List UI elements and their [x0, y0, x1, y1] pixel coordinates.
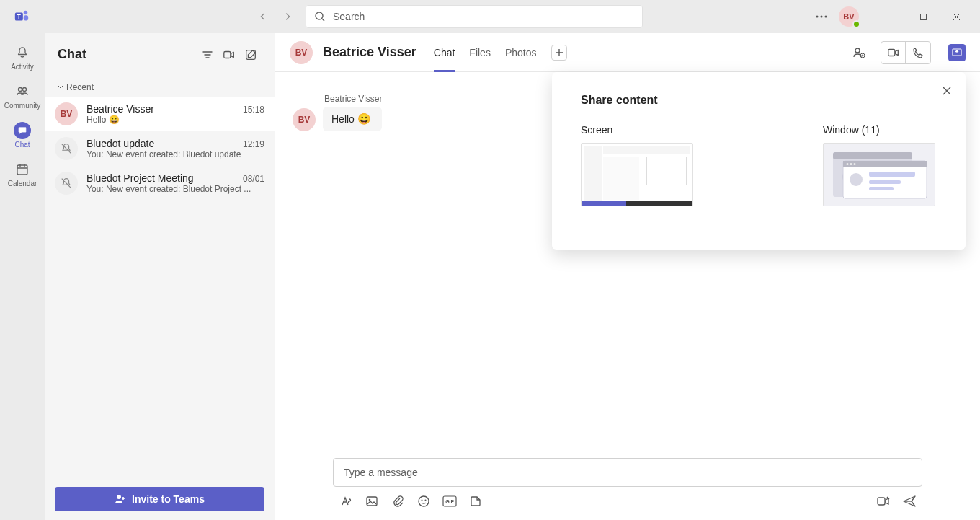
svg-text:GIF: GIF: [445, 499, 454, 504]
nav-forward-button[interactable]: [277, 6, 298, 27]
people-icon: [14, 83, 31, 100]
bell-icon: [14, 44, 31, 61]
window-close-button[interactable]: [940, 5, 973, 28]
share-screen-button[interactable]: [948, 44, 966, 61]
recent-section[interactable]: Recent: [45, 76, 275, 97]
send-button[interactable]: [902, 494, 917, 508]
chat-item-title: Bluedot update: [86, 138, 154, 149]
svg-rect-28: [833, 152, 912, 159]
conversation-header: BV Beatrice Visser Chat Files Photos: [275, 33, 980, 72]
rail-chat[interactable]: Chat: [0, 115, 45, 154]
app-rail: Activity Community Chat Calendar: [0, 33, 45, 520]
window-minimize-button[interactable]: [873, 5, 906, 28]
svg-point-38: [850, 173, 863, 186]
chat-item-bluedot-update[interactable]: Bluedot update12:19 You: New event creat…: [45, 131, 275, 166]
message-bubble[interactable]: Hello 😀: [323, 107, 382, 131]
svg-point-20: [369, 499, 371, 501]
svg-point-34: [853, 163, 855, 165]
tab-files[interactable]: Files: [469, 33, 491, 71]
svg-point-21: [419, 496, 429, 506]
svg-rect-8: [920, 14, 926, 19]
conversation-avatar: BV: [290, 41, 313, 64]
svg-point-7: [825, 16, 827, 18]
svg-point-9: [19, 87, 22, 91]
nav-back-button[interactable]: [252, 6, 274, 27]
video-clip-button[interactable]: [876, 494, 891, 508]
conversation-pane: BV Beatrice Visser Chat Files Photos BV …: [275, 33, 980, 520]
call-button-group: [881, 41, 931, 64]
invite-to-teams-button[interactable]: Invite to Teams: [55, 487, 264, 511]
svg-text:T: T: [17, 14, 21, 20]
calendar-icon: [14, 161, 31, 178]
share-popup-title: Share content: [581, 94, 937, 107]
user-avatar[interactable]: BV: [839, 6, 859, 27]
chat-item-time: 12:19: [243, 139, 264, 149]
meet-now-button[interactable]: [218, 44, 240, 66]
more-options-button[interactable]: [810, 5, 833, 28]
new-chat-button[interactable]: [240, 44, 262, 66]
video-call-button[interactable]: [881, 42, 906, 63]
chat-list-panel: Chat Recent BV Beatrice Visser15:18 Hell…: [45, 33, 275, 520]
chat-item-preview: You: New event created: Bluedot Project …: [86, 184, 264, 194]
avatar: BV: [55, 102, 78, 125]
share-content-popup: Share content Screen Window (11): [552, 72, 966, 250]
svg-point-6: [821, 16, 823, 18]
gif-button[interactable]: GIF: [442, 494, 457, 508]
format-button[interactable]: [339, 494, 353, 508]
add-tab-button[interactable]: [551, 45, 567, 61]
message-avatar: BV: [293, 108, 316, 131]
close-share-popup-button[interactable]: [938, 82, 956, 100]
svg-point-22: [422, 500, 423, 501]
search-placeholder: Search: [333, 11, 365, 22]
svg-point-2: [24, 11, 28, 15]
svg-point-33: [850, 163, 852, 165]
svg-rect-12: [224, 51, 231, 58]
svg-rect-37: [869, 187, 894, 190]
message-input[interactable]: Type a message: [333, 458, 922, 487]
chat-item-bluedot-meeting[interactable]: Bluedot Project Meeting08/01 You: New ev…: [45, 166, 275, 200]
share-screen-option[interactable]: Screen: [581, 124, 693, 206]
tab-photos[interactable]: Photos: [505, 33, 537, 71]
chat-item-beatrice[interactable]: BV Beatrice Visser15:18 Hello 😀: [45, 97, 275, 131]
share-window-option[interactable]: Window (11): [823, 124, 935, 206]
svg-point-5: [816, 16, 819, 18]
rail-community[interactable]: Community: [0, 76, 45, 115]
message-sender: Beatrice Visser: [324, 94, 382, 104]
window-maximize-button[interactable]: [906, 5, 940, 28]
svg-point-14: [117, 495, 121, 499]
emoji-button[interactable]: [416, 494, 431, 508]
svg-rect-36: [869, 180, 901, 184]
svg-rect-26: [878, 498, 885, 505]
sticker-button[interactable]: [468, 494, 483, 508]
audio-call-button[interactable]: [906, 42, 930, 63]
screen-thumbnail: [581, 143, 693, 206]
svg-rect-19: [367, 497, 377, 506]
chat-item-time: 08/01: [243, 174, 264, 184]
people-add-button[interactable]: [847, 41, 870, 64]
filter-button[interactable]: [197, 44, 218, 66]
chat-item-title: Bluedot Project Meeting: [86, 172, 194, 184]
svg-rect-11: [17, 165, 27, 175]
muted-icon: [55, 137, 78, 160]
svg-rect-3: [24, 15, 28, 20]
chevron-down-icon: [58, 84, 63, 90]
attach-button[interactable]: [391, 494, 405, 508]
svg-point-32: [846, 163, 848, 165]
svg-rect-17: [888, 49, 894, 56]
chat-list-title: Chat: [58, 47, 197, 62]
person-add-icon: [115, 493, 126, 505]
muted-icon: [55, 172, 78, 195]
window-thumbnail: [823, 143, 935, 206]
svg-point-4: [316, 12, 323, 19]
chat-item-title: Beatrice Visser: [86, 103, 154, 115]
chat-icon: [14, 122, 31, 139]
search-input[interactable]: Search: [306, 5, 643, 28]
svg-point-10: [23, 87, 27, 91]
image-button[interactable]: [365, 494, 379, 508]
chat-item-time: 15:18: [243, 105, 264, 115]
tab-chat[interactable]: Chat: [434, 33, 455, 71]
rail-activity[interactable]: Activity: [0, 38, 45, 76]
teams-logo-icon: T: [7, 9, 36, 25]
chat-item-preview: Hello 😀: [86, 115, 264, 125]
rail-calendar[interactable]: Calendar: [0, 154, 45, 193]
